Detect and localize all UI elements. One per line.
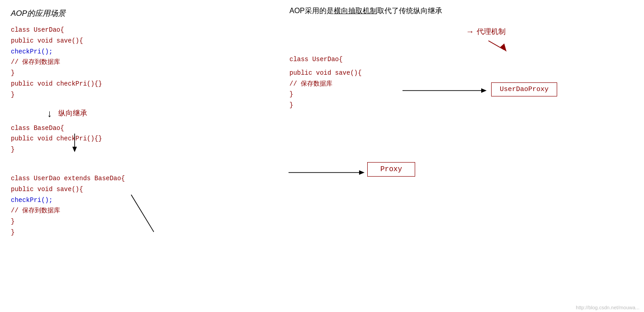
- svg-marker-8: [359, 170, 365, 175]
- proxy-label: Proxy: [380, 165, 402, 173]
- code-block-1: class UserDao{ public void save(){ check…: [11, 25, 264, 101]
- aop-header: AOP采用的是横向抽取机制取代了传统纵向继承: [289, 6, 442, 16]
- code-line: public void save(){: [11, 184, 264, 195]
- code-line: }: [289, 89, 362, 100]
- code-line: checkPri();: [11, 195, 264, 206]
- code-line: }: [11, 227, 264, 238]
- code-line: checkPri();: [11, 47, 264, 58]
- code-line: // 保存到数据库: [11, 57, 264, 68]
- aop-header-underline: 横向抽取机制: [334, 7, 377, 14]
- code-line: class UserDao{: [289, 54, 362, 65]
- watermark: http://blog.csdn.net/mouwa...: [576, 305, 639, 310]
- code-line: // 保存到数据库: [11, 206, 264, 216]
- svg-marker-4: [481, 88, 487, 93]
- right-code-block: class UserDao{ public void save(){ // 保存…: [289, 54, 362, 111]
- userdaoproxy-label: UserDaoProxy: [500, 86, 549, 93]
- right-code-lines: class UserDao{ public void save(){ // 保存…: [289, 54, 362, 111]
- page-container: AOP的应用场景 class UserDao{ public void save…: [0, 0, 644, 312]
- code-line: }: [11, 144, 264, 155]
- code-line: }: [11, 216, 264, 227]
- code-line: class BaseDao{: [11, 123, 264, 134]
- proxy-mechanism-label: → 代理机制: [466, 27, 506, 37]
- code-line: }: [11, 68, 264, 79]
- code-line: class UserDao{: [11, 25, 264, 36]
- arrow-right-icon: →: [466, 27, 474, 37]
- code-line: public void checkPri(){}: [11, 134, 264, 144]
- code-line: public void checkPri(){}: [11, 79, 264, 90]
- userdaoproxy-box: UserDaoProxy: [491, 82, 557, 96]
- proxy-box: Proxy: [367, 162, 415, 177]
- code-line: public void save(){: [11, 36, 264, 47]
- svg-line-5: [488, 41, 504, 50]
- code-line: }: [289, 100, 362, 111]
- left-panel: AOP的应用场景 class UserDao{ public void save…: [11, 8, 264, 238]
- code-line: // 保存数据库: [289, 79, 362, 90]
- section-title: AOP的应用场景: [11, 8, 264, 19]
- inheritance-label: ↓ 纵向继承: [47, 108, 264, 120]
- aop-header-text2: 取代了传统纵向继承: [377, 7, 442, 14]
- code-block-3: class UserDao extends BaseDao{ public vo…: [11, 173, 264, 238]
- svg-marker-6: [500, 43, 507, 52]
- proxy-mechanism-text: 代理机制: [477, 27, 506, 37]
- code-line: }: [11, 90, 264, 101]
- aop-header-text1: AOP采用的是: [289, 7, 334, 14]
- down-arrow-icon: ↓: [47, 108, 52, 120]
- inheritance-text: 纵向继承: [58, 109, 87, 118]
- code-line: class UserDao extends BaseDao{: [11, 173, 264, 184]
- code-block-2: class BaseDao{ public void checkPri(){} …: [11, 123, 264, 155]
- code-line: public void save(){: [289, 68, 362, 79]
